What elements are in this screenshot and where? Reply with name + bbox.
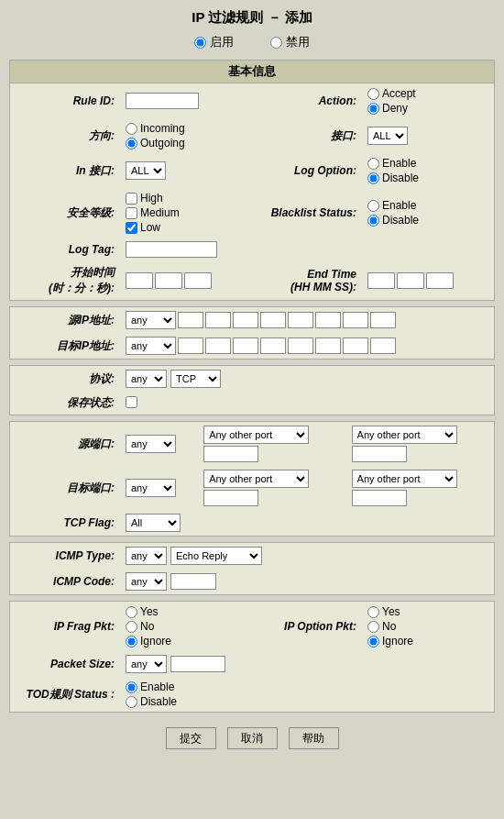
ip-option-no-radio[interactable]	[367, 621, 379, 633]
src-ip-3[interactable]	[260, 312, 286, 328]
log-enable-radio[interactable]	[367, 158, 379, 170]
dst-ip-3[interactable]	[260, 338, 286, 354]
src-ip-select[interactable]: any	[126, 311, 176, 329]
security-low-check[interactable]	[126, 222, 137, 234]
log-disable-radio[interactable]	[367, 172, 379, 184]
ip-frag-ignore-label[interactable]: Ignore	[126, 635, 247, 647]
outgoing-label[interactable]: Outgoing	[126, 137, 247, 149]
log-enable-label[interactable]: Enable	[367, 157, 488, 170]
action-deny-label[interactable]: Deny	[367, 102, 488, 115]
icmp-type-select2[interactable]: Echo Reply	[170, 547, 262, 565]
protocol-label: 协议:	[10, 366, 120, 392]
outgoing-radio[interactable]	[126, 138, 137, 149]
src-port-value1[interactable]	[203, 446, 258, 462]
ip-option-no-label[interactable]: No	[367, 620, 488, 633]
ip-option-group: Yes No Ignore	[367, 605, 488, 647]
src-ip-0[interactable]	[178, 312, 203, 328]
enable-radio[interactable]	[194, 37, 206, 49]
src-ip-mask-1[interactable]	[315, 312, 341, 328]
blacklist-disable-radio[interactable]	[367, 215, 379, 227]
rule-id-row: Rule ID: Action: Accept Deny	[10, 83, 494, 118]
dst-ip-mask-1[interactable]	[315, 338, 341, 354]
ip-option-yes-radio[interactable]	[367, 606, 379, 618]
dst-ip-mask-2[interactable]	[343, 338, 368, 354]
ip-option-yes-label[interactable]: Yes	[367, 605, 488, 618]
disable-radio-label[interactable]: 禁用	[270, 34, 310, 50]
blacklist-enable-radio[interactable]	[367, 200, 379, 212]
src-ip-mask-0[interactable]	[288, 312, 313, 328]
ip-frag-ignore-radio[interactable]	[126, 636, 137, 647]
rule-id-input[interactable]	[126, 93, 199, 109]
ip-frag-yes-label[interactable]: Yes	[126, 605, 247, 618]
action-accept-radio[interactable]	[367, 88, 379, 100]
end-time-h[interactable]: 23	[367, 272, 395, 289]
src-port-value2[interactable]	[352, 446, 407, 462]
icmp-type-select1[interactable]: any	[126, 547, 167, 565]
security-low-text: Low	[140, 221, 160, 234]
src-ip-1[interactable]	[205, 312, 231, 328]
dst-port-select[interactable]: any	[126, 479, 176, 497]
protocol-select2[interactable]: TCP	[170, 370, 221, 388]
security-low-label[interactable]: Low	[126, 221, 247, 234]
src-ip-2[interactable]	[233, 312, 258, 328]
start-time-s[interactable]: 00	[184, 272, 212, 289]
disable-radio[interactable]	[270, 37, 282, 49]
security-high-check[interactable]	[126, 193, 137, 205]
end-time-m[interactable]: 59	[397, 272, 424, 289]
ip-frag-no-label[interactable]: No	[126, 620, 247, 633]
dst-ip-2[interactable]	[233, 338, 258, 354]
log-disable-label[interactable]: Disable	[367, 172, 488, 184]
dst-ip-0[interactable]	[178, 338, 203, 354]
ip-option-ignore-radio[interactable]	[367, 636, 379, 647]
protocol-select1[interactable]: any	[126, 370, 167, 388]
incoming-radio[interactable]	[126, 123, 137, 135]
tod-enable-radio[interactable]	[126, 681, 137, 693]
dst-port-type1[interactable]: Any other port	[203, 470, 309, 488]
src-port-type2[interactable]: Any other port	[352, 426, 457, 444]
packet-size-cell: any 0	[120, 651, 494, 677]
src-ip-mask-3[interactable]	[370, 312, 396, 328]
enable-radio-label[interactable]: 启用	[194, 34, 234, 50]
action-accept-label[interactable]: Accept	[367, 87, 488, 100]
security-medium-check[interactable]	[126, 207, 137, 219]
packet-size-select[interactable]: any	[126, 655, 167, 673]
dst-port-value1[interactable]	[203, 490, 258, 506]
start-time-h[interactable]: 00	[126, 272, 153, 289]
security-medium-label[interactable]: Medium	[126, 206, 247, 219]
ip-frag-no-radio[interactable]	[126, 621, 137, 633]
incoming-label[interactable]: Incoming	[126, 122, 247, 135]
blacklist-disable-label[interactable]: Disable	[367, 214, 488, 227]
src-port-select[interactable]: any	[126, 435, 176, 453]
start-time-m[interactable]: 00	[155, 272, 182, 289]
cancel-button[interactable]: 取消	[227, 727, 278, 749]
tod-disable-label[interactable]: Disable	[126, 695, 488, 708]
in-interface-select[interactable]: ALL	[126, 161, 166, 180]
tcp-flag-select[interactable]: All	[126, 514, 181, 532]
dst-ip-mask-3[interactable]	[370, 338, 396, 354]
ip-frag-yes-radio[interactable]	[126, 606, 137, 618]
src-ip-mask-2[interactable]	[343, 312, 368, 328]
dst-port-type2[interactable]: Any other port	[352, 470, 457, 488]
dst-ip-mask-0[interactable]	[288, 338, 313, 354]
dst-port-value2[interactable]	[352, 490, 407, 506]
ip-option-ignore-label[interactable]: Ignore	[367, 635, 488, 647]
interface-select[interactable]: ALL	[367, 127, 408, 145]
icmp-code-input[interactable]	[170, 573, 216, 590]
help-button[interactable]: 帮助	[289, 727, 339, 749]
icmp-code-select[interactable]: any	[126, 572, 167, 591]
tcp-flag-label: TCP Flag:	[10, 510, 120, 536]
tod-disable-radio[interactable]	[126, 696, 137, 708]
dst-ip-select[interactable]: any	[126, 337, 176, 355]
security-high-label[interactable]: High	[126, 192, 247, 205]
end-time-s[interactable]: 59	[426, 272, 454, 289]
save-status-cell	[120, 392, 494, 415]
submit-button[interactable]: 提交	[166, 727, 216, 749]
packet-size-input[interactable]: 0	[170, 656, 225, 672]
action-deny-radio[interactable]	[367, 103, 379, 115]
blacklist-enable-label[interactable]: Enable	[367, 199, 488, 212]
src-port-type1[interactable]: Any other port	[203, 426, 309, 444]
tod-enable-label[interactable]: Enable	[126, 681, 488, 693]
dst-ip-1[interactable]	[205, 338, 231, 354]
save-status-check[interactable]	[126, 396, 137, 408]
log-tag-input[interactable]	[126, 241, 217, 258]
